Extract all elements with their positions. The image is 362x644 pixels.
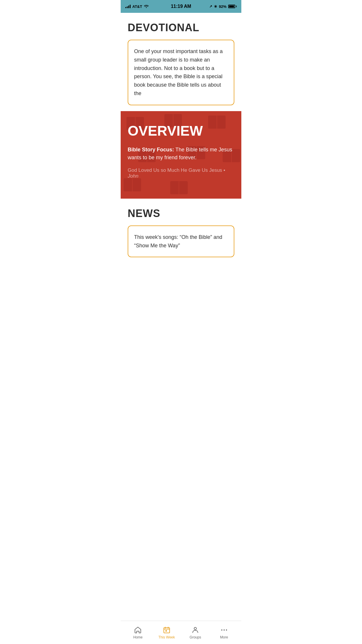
status-time: 11:19 AM — [171, 4, 191, 9]
news-text: This week's songs: “Oh the Bible” and “S… — [134, 233, 228, 250]
devotional-text: One of your most important tasks as a sm… — [134, 47, 228, 98]
status-right: ↗ ✳ 92% — [209, 4, 237, 9]
battery-icon — [228, 5, 237, 8]
signal-bars-icon — [125, 5, 131, 8]
location-icon: ↗ — [209, 4, 212, 8]
scripture-text: God Loved Us so Much He Gave Us Jesus — [128, 167, 222, 173]
scripture-separator: • — [224, 167, 225, 173]
scripture-book: John — [128, 173, 138, 179]
overview-section: OVERVIEW Bible Story Focus: The Bible te… — [121, 111, 241, 199]
overview-title: OVERVIEW — [128, 123, 234, 139]
bible-story-focus-label: Bible Story Focus: — [128, 147, 174, 153]
svg-rect-12 — [124, 178, 141, 191]
news-section: NEWS This week's songs: “Oh the Bible” a… — [121, 199, 241, 263]
carrier-label: AT&T — [132, 4, 142, 9]
news-card[interactable]: This week's songs: “Oh the Bible” and “S… — [128, 225, 234, 258]
battery-percent: 92% — [219, 4, 226, 9]
news-title: NEWS — [128, 207, 234, 220]
status-bar: AT&T 11:19 AM ↗ ✳ 92% — [121, 0, 241, 13]
devotional-card[interactable]: One of your most important tasks as a sm… — [128, 40, 234, 105]
devotional-title: DEVOTIONAL — [128, 22, 234, 34]
main-content: DEVOTIONAL One of your most important ta… — [121, 13, 241, 286]
devotional-section: DEVOTIONAL One of your most important ta… — [121, 13, 241, 111]
wifi-icon — [144, 4, 149, 9]
status-left: AT&T — [125, 4, 149, 9]
svg-rect-14 — [170, 181, 188, 194]
bluetooth-icon: ✳ — [214, 4, 217, 9]
scripture-reference: God Loved Us so Much He Gave Us Jesus • … — [128, 167, 234, 179]
bible-story-focus: Bible Story Focus: The Bible tells me Je… — [128, 146, 234, 162]
